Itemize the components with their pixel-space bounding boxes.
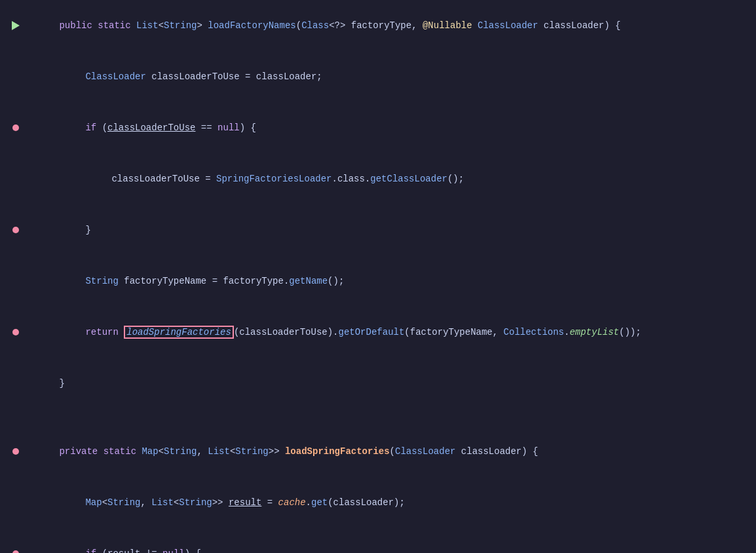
code-line-6: String factoryTypeName = factoryType.get… [0, 256, 756, 307]
gutter-5 [0, 204, 31, 256]
gutter-6 [0, 256, 31, 307]
highlighted-method: loadSpringFactories [124, 326, 234, 339]
line-content-10: private static Map<String, List<String>>… [0, 426, 756, 477]
line-content-5: } [0, 204, 756, 256]
line-content-11: Map<String, List<String>> result = cache… [0, 477, 756, 528]
code-line-3: if (classLoaderToUse == null) { [0, 102, 756, 153]
line-content-3: if (classLoaderToUse == null) { [0, 102, 756, 153]
code-line-5: } [0, 204, 756, 256]
gutter-4 [0, 153, 31, 204]
code-line-2: ClassLoader classLoaderToUse = classLoad… [0, 51, 756, 102]
gutter-3 [0, 102, 31, 153]
code-line-7: return loadSpringFactories(classLoaderTo… [0, 307, 756, 358]
gutter-8 [0, 358, 31, 409]
code-line-12: if (result != null) { [0, 528, 756, 553]
line-content-8: } [0, 358, 756, 409]
code-line-10: private static Map<String, List<String>>… [0, 426, 756, 477]
breakpoint-dot-icon [12, 448, 19, 455]
line-content-4: classLoaderToUse = SpringFactoriesLoader… [0, 153, 756, 204]
code-editor: public static List<String> loadFactoryNa… [0, 0, 756, 553]
gutter-9 [0, 409, 31, 426]
gutter-10 [0, 426, 31, 477]
line-content-1: public static List<String> loadFactoryNa… [0, 0, 756, 51]
code-line-4: classLoaderToUse = SpringFactoriesLoader… [0, 153, 756, 204]
gutter-2 [0, 51, 31, 102]
code-line-8: } [0, 358, 756, 409]
line-content-2: ClassLoader classLoaderToUse = classLoad… [0, 51, 756, 102]
breakpoint-dot-icon [12, 227, 19, 233]
gutter-11 [0, 477, 31, 528]
line-content-7: return loadSpringFactories(classLoaderTo… [0, 307, 756, 358]
breakpoint-dot-icon [12, 329, 19, 335]
line-content-12: if (result != null) { [0, 528, 756, 553]
code-line-11: Map<String, List<String>> result = cache… [0, 477, 756, 528]
code-line-9 [0, 409, 756, 426]
breakpoint-dot-icon [12, 124, 19, 131]
code-line-1: public static List<String> loadFactoryNa… [0, 0, 756, 51]
gutter-1 [0, 0, 31, 51]
line-content-6: String factoryTypeName = factoryType.get… [0, 256, 756, 307]
debug-arrow-icon [12, 21, 20, 30]
gutter-7 [0, 307, 31, 358]
line-content-9 [0, 409, 756, 426]
breakpoint-dot-icon [12, 550, 19, 553]
gutter-12 [0, 528, 31, 553]
